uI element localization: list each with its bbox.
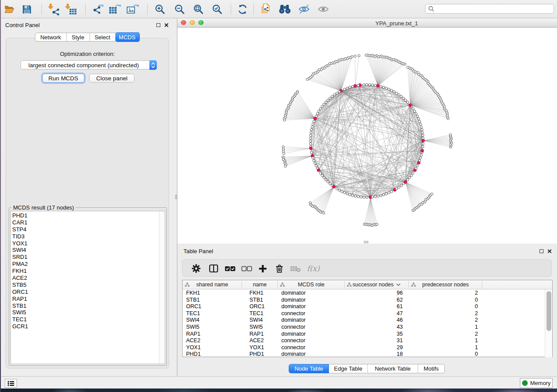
column-header-shared-name[interactable]: shared name bbox=[183, 280, 242, 289]
tab-network-table[interactable]: Network Table bbox=[368, 364, 418, 373]
search-network-button[interactable] bbox=[277, 2, 292, 16]
tab-node-table[interactable]: Node Table bbox=[289, 364, 329, 373]
mcds-result-item[interactable]: STB1 bbox=[12, 303, 28, 309]
import-table-button[interactable] bbox=[64, 2, 79, 16]
tab-select[interactable]: Select bbox=[90, 33, 116, 41]
show-panels-button[interactable] bbox=[5, 379, 17, 388]
export-table-button[interactable] bbox=[107, 2, 122, 16]
memory-button[interactable]: Memory bbox=[520, 378, 553, 388]
zoom-in-button[interactable] bbox=[152, 2, 167, 16]
network-canvas[interactable] bbox=[177, 28, 557, 244]
cell-name: FKH1 bbox=[249, 290, 263, 296]
mcds-result-item[interactable]: RAP1 bbox=[12, 296, 28, 303]
window-minimize-icon[interactable] bbox=[190, 20, 195, 25]
export-network-button[interactable] bbox=[91, 2, 106, 16]
split-handle[interactable] bbox=[175, 195, 177, 199]
zoom-fit-button[interactable] bbox=[191, 2, 206, 16]
show-column-button[interactable] bbox=[207, 261, 221, 275]
column-header-name[interactable]: name bbox=[242, 280, 278, 289]
mcds-result-item[interactable]: FKH1 bbox=[12, 268, 28, 275]
mcds-result-item[interactable]: SRD1 bbox=[12, 254, 28, 261]
table-options-button[interactable] bbox=[189, 261, 203, 275]
mcds-result-list[interactable]: PHD1CAR1STP4TID3YOX1SWI4SRD1PMA2FKH1ACE2… bbox=[10, 211, 165, 364]
table-row[interactable]: TEC1TEC1connector472 bbox=[183, 310, 545, 317]
import-network-button[interactable] bbox=[47, 2, 62, 16]
cell-successor-nodes: 46 bbox=[344, 317, 403, 323]
apply-layout-button[interactable] bbox=[235, 2, 250, 16]
mcds-list-scrollbar[interactable] bbox=[159, 211, 165, 364]
table-row[interactable]: YOX1YOX1connector291 bbox=[183, 344, 545, 351]
mcds-result-item[interactable]: GCR1 bbox=[12, 323, 28, 330]
mcds-result-item[interactable]: STP4 bbox=[12, 226, 28, 233]
mcds-result-item[interactable]: STB5 bbox=[12, 282, 28, 289]
toolbar-separator bbox=[85, 3, 86, 15]
cell-shared-name: ORC1 bbox=[186, 303, 201, 309]
float-panel-icon[interactable] bbox=[540, 249, 543, 253]
search-input[interactable] bbox=[436, 5, 551, 13]
table-row[interactable]: ACE2ACE2connector311 bbox=[183, 337, 545, 344]
select-all-button[interactable] bbox=[223, 261, 237, 275]
network-window-titlebar[interactable]: YPA_prune.txt_1 bbox=[177, 18, 557, 28]
tab-motifs[interactable]: Motifs bbox=[418, 364, 445, 373]
mcds-result-item[interactable]: TEC1 bbox=[12, 316, 28, 323]
mcds-result-item[interactable]: YOX1 bbox=[12, 240, 28, 247]
search-box[interactable] bbox=[425, 4, 554, 14]
table-row[interactable]: RAP1RAP1dominator352 bbox=[183, 330, 545, 337]
tab-network[interactable]: Network bbox=[35, 33, 67, 41]
clone-network-button[interactable] bbox=[259, 2, 273, 16]
delete-column-button[interactable] bbox=[272, 261, 286, 275]
table-scrollbar-thumb[interactable] bbox=[547, 291, 551, 331]
window-zoom-icon[interactable] bbox=[198, 20, 204, 25]
column-header-MCDS-role[interactable]: MCDS role bbox=[278, 280, 345, 289]
column-type-icon bbox=[347, 282, 352, 287]
save-session-button[interactable] bbox=[19, 2, 34, 16]
mcds-result-item[interactable]: ACE2 bbox=[12, 275, 28, 282]
float-panel-icon[interactable] bbox=[156, 23, 160, 27]
refresh-icon bbox=[237, 3, 249, 15]
cell-mcds-role: dominator bbox=[281, 303, 306, 309]
window-close-icon[interactable] bbox=[181, 20, 186, 25]
table-panel-title: Table Panel bbox=[183, 248, 213, 254]
optimization-criterion-select[interactable]: largest connected component (undirected) bbox=[21, 60, 157, 69]
export-image-button[interactable] bbox=[125, 2, 140, 16]
tab-style[interactable]: Style bbox=[67, 33, 90, 41]
table-row[interactable]: PHD1PHD1dominator180 bbox=[183, 351, 545, 357]
eye-slash-icon bbox=[298, 3, 310, 15]
status-bar: Memory bbox=[1, 376, 557, 389]
table-row[interactable]: STB1STB1dominator620 bbox=[183, 296, 545, 303]
show-all-button[interactable] bbox=[316, 2, 331, 16]
mcds-result-item[interactable]: PMA2 bbox=[12, 261, 28, 268]
close-panel-icon[interactable] bbox=[164, 23, 169, 28]
mcds-result-item[interactable]: SWI4 bbox=[12, 247, 28, 254]
tab-edge-table[interactable]: Edge Table bbox=[329, 364, 368, 373]
mcds-panel: Optimization criterion: largest connecte… bbox=[6, 38, 169, 368]
horizontal-split-handle[interactable] bbox=[364, 241, 368, 243]
create-column-button[interactable] bbox=[256, 261, 270, 275]
close-panel-button[interactable]: Close panel bbox=[89, 74, 135, 83]
zoom-selected-button[interactable] bbox=[210, 2, 225, 16]
mcds-result-item[interactable]: ORC1 bbox=[12, 289, 28, 296]
tab-mcds[interactable]: MCDS bbox=[115, 32, 140, 42]
sort-chevron-icon bbox=[396, 283, 401, 286]
table-row[interactable]: FKH1FKH1dominator962 bbox=[183, 289, 545, 296]
network-graph[interactable] bbox=[177, 28, 557, 244]
table-row[interactable]: SWI4SWI4dominator462 bbox=[183, 316, 545, 323]
zoom-out-button[interactable] bbox=[172, 2, 187, 16]
mcds-result-item[interactable]: CAR1 bbox=[12, 219, 28, 226]
mcds-result-item[interactable]: SWI5 bbox=[12, 309, 28, 316]
deselect-all-button[interactable] bbox=[239, 261, 253, 275]
column-header-predecessor-nodes[interactable]: predecessor nodes bbox=[409, 280, 483, 289]
mcds-result-item[interactable]: TID3 bbox=[12, 233, 28, 240]
columns-icon bbox=[209, 264, 218, 273]
column-header-successor-nodes[interactable]: successor nodes bbox=[345, 280, 409, 289]
close-panel-icon[interactable] bbox=[547, 249, 552, 254]
mcds-result-item[interactable]: PHD1 bbox=[12, 212, 28, 219]
gear-icon bbox=[191, 264, 201, 273]
run-mcds-button[interactable]: Run MCDS bbox=[42, 74, 84, 83]
table-row[interactable]: ORC1ORC1dominator610 bbox=[183, 303, 545, 310]
hide-selected-button[interactable] bbox=[297, 2, 311, 16]
list-icon bbox=[7, 381, 14, 386]
open-session-button[interactable] bbox=[2, 2, 17, 16]
table-scrollbar[interactable] bbox=[545, 289, 552, 357]
table-row[interactable]: SWI5SWI5connector431 bbox=[183, 323, 545, 330]
